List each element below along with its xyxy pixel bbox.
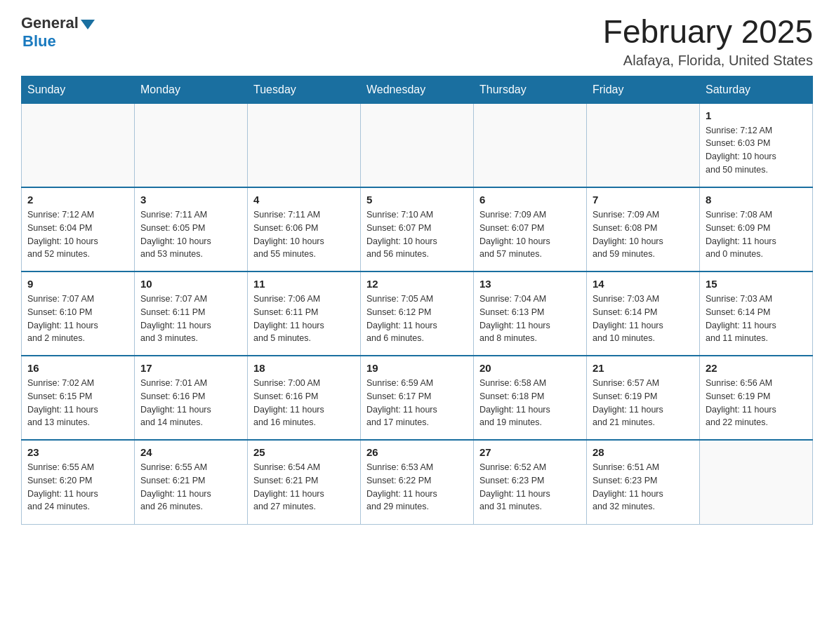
- calendar-cell: 21Sunrise: 6:57 AM Sunset: 6:19 PM Dayli…: [587, 356, 700, 440]
- logo-blue-text: Blue: [22, 32, 56, 51]
- day-number: 26: [366, 446, 468, 458]
- day-number: 27: [479, 446, 581, 458]
- calendar-cell: 20Sunrise: 6:58 AM Sunset: 6:18 PM Dayli…: [474, 356, 587, 440]
- weekday-header-tuesday: Tuesday: [248, 76, 361, 103]
- week-row-3: 9Sunrise: 7:07 AM Sunset: 6:10 PM Daylig…: [22, 271, 813, 356]
- day-number: 10: [140, 278, 241, 290]
- day-number: 14: [593, 278, 694, 290]
- calendar-cell: 22Sunrise: 6:56 AM Sunset: 6:19 PM Dayli…: [700, 356, 813, 440]
- calendar-cell: 25Sunrise: 6:54 AM Sunset: 6:21 PM Dayli…: [248, 440, 361, 524]
- day-number: 8: [706, 194, 807, 206]
- day-number: 1: [706, 109, 807, 121]
- calendar-cell: [22, 103, 135, 187]
- day-number: 13: [479, 278, 581, 290]
- day-info: Sunrise: 7:09 AM Sunset: 6:07 PM Dayligh…: [479, 208, 581, 261]
- calendar-cell: 26Sunrise: 6:53 AM Sunset: 6:22 PM Dayli…: [361, 440, 474, 524]
- day-info: Sunrise: 6:53 AM Sunset: 6:22 PM Dayligh…: [366, 461, 468, 514]
- day-info: Sunrise: 7:07 AM Sunset: 6:11 PM Dayligh…: [140, 293, 241, 345]
- day-info: Sunrise: 7:11 AM Sunset: 6:06 PM Dayligh…: [253, 208, 355, 261]
- calendar-cell: [700, 440, 813, 524]
- day-info: Sunrise: 7:04 AM Sunset: 6:13 PM Dayligh…: [479, 293, 581, 345]
- calendar-cell: 2Sunrise: 7:12 AM Sunset: 6:04 PM Daylig…: [22, 187, 135, 271]
- weekday-header-wednesday: Wednesday: [361, 76, 474, 103]
- calendar-cell: 6Sunrise: 7:09 AM Sunset: 6:07 PM Daylig…: [474, 187, 587, 271]
- day-number: 6: [479, 194, 581, 206]
- weekday-header-sunday: Sunday: [22, 76, 135, 103]
- logo-general: General: [21, 14, 95, 32]
- day-info: Sunrise: 7:08 AM Sunset: 6:09 PM Dayligh…: [706, 208, 807, 261]
- day-info: Sunrise: 7:00 AM Sunset: 6:16 PM Dayligh…: [253, 377, 355, 429]
- weekday-header-monday: Monday: [135, 76, 248, 103]
- calendar-cell: 14Sunrise: 7:03 AM Sunset: 6:14 PM Dayli…: [587, 271, 700, 356]
- day-info: Sunrise: 7:06 AM Sunset: 6:11 PM Dayligh…: [253, 293, 355, 345]
- calendar-cell: 18Sunrise: 7:00 AM Sunset: 6:16 PM Dayli…: [248, 356, 361, 440]
- title-section: February 2025 Alafaya, Florida, United S…: [603, 14, 813, 69]
- day-info: Sunrise: 7:03 AM Sunset: 6:14 PM Dayligh…: [706, 293, 807, 345]
- day-info: Sunrise: 6:51 AM Sunset: 6:23 PM Dayligh…: [593, 461, 694, 514]
- day-number: 7: [593, 194, 694, 206]
- day-number: 21: [593, 362, 694, 374]
- day-number: 11: [253, 278, 355, 290]
- day-number: 5: [366, 194, 468, 206]
- day-info: Sunrise: 6:57 AM Sunset: 6:19 PM Dayligh…: [593, 377, 694, 429]
- logo-arrow-icon: [81, 20, 95, 29]
- calendar-cell: 19Sunrise: 6:59 AM Sunset: 6:17 PM Dayli…: [361, 356, 474, 440]
- day-number: 9: [27, 278, 128, 290]
- day-number: 25: [253, 446, 355, 458]
- calendar-cell: 4Sunrise: 7:11 AM Sunset: 6:06 PM Daylig…: [248, 187, 361, 271]
- calendar-cell: 16Sunrise: 7:02 AM Sunset: 6:15 PM Dayli…: [22, 356, 135, 440]
- calendar-cell: 5Sunrise: 7:10 AM Sunset: 6:07 PM Daylig…: [361, 187, 474, 271]
- calendar-cell: [135, 103, 248, 187]
- calendar-cell: 17Sunrise: 7:01 AM Sunset: 6:16 PM Dayli…: [135, 356, 248, 440]
- day-number: 2: [27, 194, 128, 206]
- day-number: 16: [27, 362, 128, 374]
- day-number: 22: [706, 362, 807, 374]
- location-text: Alafaya, Florida, United States: [603, 53, 813, 69]
- calendar-cell: 27Sunrise: 6:52 AM Sunset: 6:23 PM Dayli…: [474, 440, 587, 524]
- day-info: Sunrise: 6:56 AM Sunset: 6:19 PM Dayligh…: [706, 377, 807, 429]
- weekday-header-friday: Friday: [587, 76, 700, 103]
- calendar-cell: 23Sunrise: 6:55 AM Sunset: 6:20 PM Dayli…: [22, 440, 135, 524]
- calendar-cell: 8Sunrise: 7:08 AM Sunset: 6:09 PM Daylig…: [700, 187, 813, 271]
- day-number: 3: [140, 194, 241, 206]
- day-number: 4: [253, 194, 355, 206]
- month-title: February 2025: [603, 14, 813, 50]
- calendar-cell: 1Sunrise: 7:12 AM Sunset: 6:03 PM Daylig…: [700, 103, 813, 187]
- weekday-header-row: SundayMondayTuesdayWednesdayThursdayFrid…: [22, 76, 813, 103]
- logo: General Blue: [21, 14, 95, 51]
- day-info: Sunrise: 6:55 AM Sunset: 6:20 PM Dayligh…: [27, 461, 128, 514]
- calendar-cell: 24Sunrise: 6:55 AM Sunset: 6:21 PM Dayli…: [135, 440, 248, 524]
- calendar-cell: [361, 103, 474, 187]
- day-info: Sunrise: 6:54 AM Sunset: 6:21 PM Dayligh…: [253, 461, 355, 514]
- day-info: Sunrise: 7:07 AM Sunset: 6:10 PM Dayligh…: [27, 293, 128, 345]
- day-number: 19: [366, 362, 468, 374]
- week-row-2: 2Sunrise: 7:12 AM Sunset: 6:04 PM Daylig…: [22, 187, 813, 271]
- weekday-header-thursday: Thursday: [474, 76, 587, 103]
- day-info: Sunrise: 7:11 AM Sunset: 6:05 PM Dayligh…: [140, 208, 241, 261]
- calendar-cell: 10Sunrise: 7:07 AM Sunset: 6:11 PM Dayli…: [135, 271, 248, 356]
- day-info: Sunrise: 7:05 AM Sunset: 6:12 PM Dayligh…: [366, 293, 468, 345]
- day-number: 24: [140, 446, 241, 458]
- day-info: Sunrise: 7:12 AM Sunset: 6:03 PM Dayligh…: [706, 124, 807, 177]
- day-info: Sunrise: 7:01 AM Sunset: 6:16 PM Dayligh…: [140, 377, 241, 429]
- calendar-cell: 15Sunrise: 7:03 AM Sunset: 6:14 PM Dayli…: [700, 271, 813, 356]
- day-info: Sunrise: 7:12 AM Sunset: 6:04 PM Dayligh…: [27, 208, 128, 261]
- day-number: 17: [140, 362, 241, 374]
- page-header: General Blue February 2025 Alafaya, Flor…: [21, 14, 813, 69]
- day-number: 23: [27, 446, 128, 458]
- calendar-table: SundayMondayTuesdayWednesdayThursdayFrid…: [21, 76, 813, 525]
- day-number: 18: [253, 362, 355, 374]
- day-info: Sunrise: 6:52 AM Sunset: 6:23 PM Dayligh…: [479, 461, 581, 514]
- day-number: 28: [593, 446, 694, 458]
- logo-general-text: General: [21, 14, 79, 32]
- calendar-cell: 12Sunrise: 7:05 AM Sunset: 6:12 PM Dayli…: [361, 271, 474, 356]
- calendar-cell: [587, 103, 700, 187]
- day-info: Sunrise: 7:10 AM Sunset: 6:07 PM Dayligh…: [366, 208, 468, 261]
- calendar-cell: 11Sunrise: 7:06 AM Sunset: 6:11 PM Dayli…: [248, 271, 361, 356]
- day-info: Sunrise: 7:02 AM Sunset: 6:15 PM Dayligh…: [27, 377, 128, 429]
- calendar-cell: 3Sunrise: 7:11 AM Sunset: 6:05 PM Daylig…: [135, 187, 248, 271]
- day-info: Sunrise: 7:03 AM Sunset: 6:14 PM Dayligh…: [593, 293, 694, 345]
- week-row-1: 1Sunrise: 7:12 AM Sunset: 6:03 PM Daylig…: [22, 103, 813, 187]
- day-info: Sunrise: 7:09 AM Sunset: 6:08 PM Dayligh…: [593, 208, 694, 261]
- week-row-4: 16Sunrise: 7:02 AM Sunset: 6:15 PM Dayli…: [22, 356, 813, 440]
